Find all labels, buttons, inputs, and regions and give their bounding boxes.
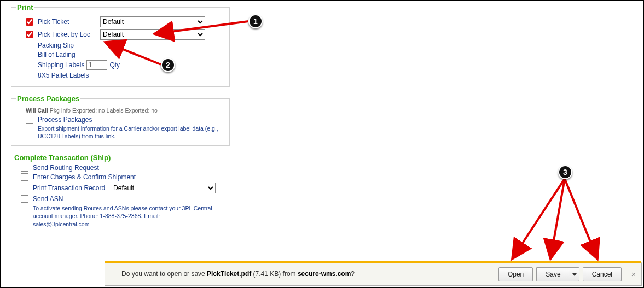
packing-slip-link[interactable]: Packing Slip (38, 42, 74, 49)
print-legend: Print (16, 3, 34, 11)
callout-2: 2 (161, 58, 175, 72)
notification-stripe (105, 261, 641, 263)
bill-of-lading-link[interactable]: Bill of Lading (38, 51, 76, 58)
send-asn-checkbox[interactable] (21, 195, 28, 203)
open-button[interactable]: Open (498, 267, 533, 281)
cancel-button[interactable]: Cancel (583, 267, 622, 281)
process-packages-legend: Process Packages (16, 95, 80, 103)
svg-line-3 (550, 179, 565, 259)
pick-ticket-label: Pick Ticket (38, 18, 98, 26)
process-packages-desc: Export shipment information for a Carrie… (38, 125, 225, 140)
callout-3: 3 (558, 165, 572, 179)
print-section: Print Pick Ticket Default Pick Ticket by… (11, 3, 230, 87)
contact-info: To activate sending Routes and ASNs plea… (33, 204, 213, 228)
qty-label: Qty (109, 61, 120, 69)
callout-1: 1 (248, 14, 263, 28)
process-packages-label: Process Packages (38, 116, 92, 124)
send-routing-label: Send Routing Request (33, 164, 99, 172)
close-icon[interactable]: × (631, 270, 636, 279)
process-packages-section: Process Packages Will Call Pkg Info Expo… (11, 95, 230, 146)
print-transaction-label: Print Transaction Record (33, 184, 105, 192)
pick-ticket-select[interactable]: Default (100, 16, 205, 27)
svg-line-2 (512, 179, 565, 259)
download-bar: Do you want to open or save PickTicket.p… (105, 263, 642, 286)
send-routing-checkbox[interactable] (21, 164, 28, 172)
complete-legend: Complete Transaction (Ship) (13, 154, 230, 162)
pkg-status-text: Pkg Info Exported: no Labels Exported: n… (48, 107, 158, 114)
pick-ticket-checkbox[interactable] (26, 18, 33, 26)
print-transaction-select[interactable]: Default (111, 183, 216, 193)
will-call-label: Will Call (26, 107, 48, 114)
process-packages-checkbox[interactable] (26, 116, 33, 124)
send-asn-label: Send ASN (33, 195, 63, 203)
pick-ticket-loc-label: Pick Ticket by Loc (38, 31, 98, 38)
chevron-down-icon (572, 273, 577, 276)
save-dropdown-button[interactable] (570, 267, 579, 281)
download-host: secure-wms.com (298, 270, 351, 278)
enter-charges-checkbox[interactable] (21, 173, 28, 181)
shipping-labels-label: Shipping Labels (38, 61, 84, 69)
pallet-labels-link[interactable]: 8X5 Pallet Labels (38, 72, 89, 79)
enter-charges-label: Enter Charges & Confirm Shipment (33, 173, 136, 181)
pick-ticket-loc-checkbox[interactable] (26, 31, 33, 38)
pick-ticket-loc-select[interactable]: Default (100, 29, 205, 40)
download-prompt: Do you want to open or save PickTicket.p… (121, 270, 355, 278)
download-filename: PickTicket.pdf (207, 270, 251, 278)
svg-line-4 (565, 179, 597, 259)
save-button[interactable]: Save (536, 267, 569, 281)
shipping-labels-qty-input[interactable] (86, 60, 107, 70)
save-split-button: Save (536, 267, 579, 281)
